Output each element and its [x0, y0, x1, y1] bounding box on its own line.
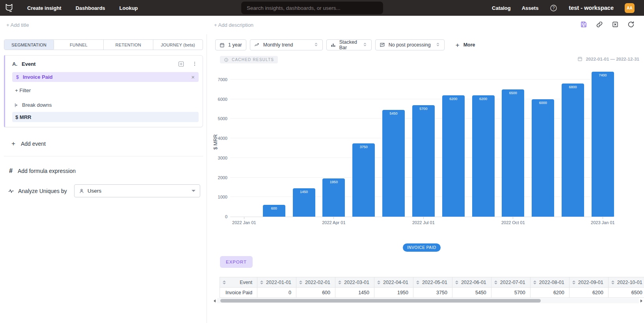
scroll-left-arrow[interactable] [212, 298, 217, 303]
workspace-name[interactable]: test - workspace [569, 5, 614, 11]
bar[interactable]: 7400 [592, 72, 614, 217]
scrollbar-thumb[interactable] [220, 299, 541, 303]
gridline [230, 79, 613, 80]
sort-icon[interactable] [416, 280, 419, 284]
sort-icon[interactable] [377, 280, 380, 284]
bar[interactable]: 5450 [382, 110, 405, 217]
add-formula-button[interactable]: # Add formula expression [4, 167, 203, 174]
scroll-right-arrow[interactable] [639, 298, 644, 303]
table-header-cell[interactable]: 2022-04-01 [374, 277, 413, 288]
breakdown-icon [14, 102, 19, 108]
tab-journey[interactable]: JOURNEY (beta) [153, 40, 203, 50]
results-table: Event2022-01-012022-02-012022-03-012022-… [220, 277, 644, 298]
analyze-uniques-select[interactable]: Users [74, 184, 200, 197]
breakdowns-button[interactable]: Break downs [14, 102, 199, 108]
bar[interactable]: 6200 [442, 95, 465, 217]
duplicate-event-icon[interactable] [178, 61, 184, 67]
cat-logo-icon[interactable] [4, 3, 14, 13]
add-title-field[interactable]: + Add title [6, 22, 29, 28]
legend-item-invoice-paid[interactable]: INVOICE PAID [403, 243, 441, 252]
bar[interactable]: 600 [263, 205, 285, 217]
table-header-cell[interactable]: 2022-06-01 [452, 277, 491, 288]
sort-icon[interactable] [572, 280, 575, 284]
date-range-button[interactable]: 1 year [215, 39, 246, 50]
table-header-cell[interactable]: 2022-03-01 [335, 277, 374, 288]
x-axis-tick-label: 2022 Oct 01 [491, 220, 535, 225]
sort-icon[interactable] [455, 280, 458, 284]
table-cell: 5700 [491, 288, 530, 298]
analyze-row: Analyze Uniques by Users [4, 184, 203, 197]
export-box-icon[interactable] [612, 21, 619, 28]
y-axis-tick-label: 0 [210, 214, 227, 219]
gridline [230, 99, 613, 99]
x-axis-tick [513, 217, 513, 219]
plus-icon: + [456, 42, 460, 48]
bar[interactable]: 6000 [532, 99, 554, 217]
help-icon[interactable]: ? [549, 4, 558, 12]
add-event-button[interactable]: + Add event [4, 140, 203, 147]
tab-segmentation[interactable]: SEGMENTATION [4, 40, 54, 50]
sort-icon[interactable] [338, 280, 341, 284]
sort-icon[interactable] [494, 280, 497, 284]
sort-icon[interactable] [260, 280, 263, 284]
table-header-cell[interactable]: 2022-10-01 [608, 277, 644, 288]
bar-value-label: 5700 [412, 107, 435, 111]
search-input[interactable] [241, 2, 383, 14]
table-cell: 1950 [374, 288, 413, 298]
refresh-icon[interactable] [627, 21, 635, 28]
sort-icon[interactable] [533, 280, 536, 284]
table-cell: 0 [257, 288, 296, 298]
kebab-menu-icon[interactable] [192, 61, 197, 67]
bar[interactable]: 6500 [502, 89, 524, 217]
post-processing-select[interactable]: No post processing [375, 39, 445, 50]
nav-item-catalog[interactable]: Catalog [492, 5, 511, 11]
add-filter-button[interactable]: + Filter [15, 87, 199, 93]
horizontal-scrollbar[interactable] [212, 298, 644, 303]
sort-icon[interactable] [299, 280, 302, 284]
plot-area: 6001450195037505450570062006200650060006… [230, 69, 613, 217]
bar[interactable]: 1950 [322, 178, 345, 217]
selected-event-row[interactable]: $ Invoice Paid × [12, 72, 199, 82]
sort-icon[interactable] [223, 280, 226, 284]
export-button[interactable]: EXPORT [220, 256, 253, 268]
info-icon [224, 58, 229, 62]
table-data-row: Invoice Paid0600145019503750545057006200… [220, 288, 644, 298]
more-button[interactable]: + More [456, 42, 475, 48]
chart-legend: INVOICE PAID [230, 243, 613, 252]
add-description-field[interactable]: + Add description [214, 22, 253, 28]
table-header-cell[interactable]: Event [220, 277, 257, 288]
scrollbar-track[interactable] [217, 298, 639, 303]
chart-area: $ MRR 6001450195037505450570062006200650… [207, 67, 644, 256]
bar[interactable]: 6200 [472, 95, 495, 217]
bar[interactable]: 3750 [352, 143, 375, 217]
x-axis-tick [603, 217, 603, 219]
bar-value-label: 6200 [472, 97, 495, 101]
tab-funnel[interactable]: FUNNEL [54, 40, 104, 50]
link-icon[interactable] [596, 21, 603, 28]
result-date-range[interactable]: 2022-01-01 — 2022-12-31 [577, 56, 639, 61]
save-icon[interactable] [580, 21, 587, 28]
table-header-cell[interactable]: 2022-07-01 [491, 277, 530, 288]
table-header-cell[interactable]: 2022-08-01 [530, 277, 569, 288]
nav-item-lookup[interactable]: Lookup [119, 5, 138, 11]
tab-retention[interactable]: RETENTION [104, 40, 153, 50]
table-header-cell[interactable]: 2022-05-01 [413, 277, 452, 288]
sort-icon[interactable] [611, 280, 614, 284]
table-header-cell[interactable]: 2022-09-01 [569, 277, 608, 288]
table-cell: 1450 [335, 288, 374, 298]
nav-item-assets[interactable]: Assets [522, 5, 539, 11]
remove-event-icon[interactable]: × [191, 74, 195, 80]
nav-item-dashboards[interactable]: Dashboards [76, 5, 105, 11]
chart-type-select[interactable]: Stacked Bar [326, 39, 372, 50]
trend-select[interactable]: Monthly trend [250, 39, 323, 50]
table-header-cell[interactable]: 2022-01-01 [257, 277, 296, 288]
breakdown-mrr-row[interactable]: $ MRR [12, 112, 199, 122]
bar[interactable]: 1450 [293, 188, 315, 217]
bar[interactable]: 6800 [562, 84, 584, 217]
bar[interactable]: 5700 [412, 105, 435, 217]
table-cell: 3750 [413, 288, 452, 298]
table-header-cell[interactable]: 2022-02-01 [296, 277, 335, 288]
nav-item-create-insight[interactable]: Create insight [27, 5, 61, 11]
x-axis-tick [244, 217, 244, 219]
avatar[interactable]: AA [625, 3, 635, 13]
